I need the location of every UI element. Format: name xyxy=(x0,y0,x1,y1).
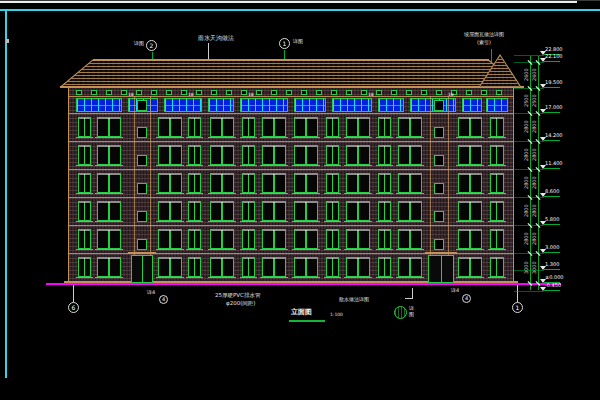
window-lintel xyxy=(327,174,338,175)
door-mullion xyxy=(441,256,442,282)
dim-text: 2500 xyxy=(532,94,537,107)
window xyxy=(326,145,339,165)
window-mullion xyxy=(305,202,307,220)
window-sill xyxy=(240,249,257,250)
window-sill xyxy=(76,249,93,250)
window-lintel xyxy=(399,118,421,119)
window xyxy=(78,201,91,221)
level-marker-line xyxy=(544,168,560,169)
entry-detail-ref-left: 详4 xyxy=(147,290,155,296)
window xyxy=(158,229,182,249)
stair-landing-window xyxy=(137,100,147,111)
window xyxy=(78,173,91,193)
roof-tile-note-line2: (索引) xyxy=(477,40,491,46)
window-sill xyxy=(186,277,203,278)
window xyxy=(262,145,286,165)
stair-landing-window xyxy=(434,211,444,222)
window-mullion xyxy=(108,258,110,276)
window-mullion xyxy=(305,146,307,164)
window-sill xyxy=(396,221,424,222)
blue-window-strip xyxy=(332,98,372,112)
dim-text: 3000 xyxy=(532,261,537,274)
apron-note: 散水做法详图 xyxy=(339,297,369,303)
window-sill xyxy=(186,137,203,138)
window xyxy=(458,229,482,249)
stair-landing-window xyxy=(137,127,147,138)
attic-vent-window xyxy=(331,90,337,95)
window-sill xyxy=(376,137,393,138)
window-sill xyxy=(186,249,203,250)
attic-vent-window xyxy=(76,90,82,95)
window-lintel xyxy=(399,258,421,259)
level-marker-line xyxy=(544,196,560,197)
apron-leader-hline xyxy=(405,298,413,299)
window-type-tag: 18 xyxy=(368,93,374,98)
window-sill xyxy=(456,193,484,194)
window-mullion xyxy=(194,230,195,248)
level-marker-line xyxy=(544,252,560,253)
window-sill xyxy=(240,193,257,194)
attic-vent-window xyxy=(106,90,112,95)
window-lintel xyxy=(159,146,181,147)
window xyxy=(210,145,234,165)
window-lintel xyxy=(263,230,285,231)
window-mullion xyxy=(384,230,385,248)
window xyxy=(242,173,255,193)
roof-hatch xyxy=(60,60,522,88)
window-sill xyxy=(76,277,93,278)
window-mullion xyxy=(409,202,411,220)
gutter-note: 雨水天沟做法 xyxy=(198,35,234,42)
level-marker-line xyxy=(544,290,560,291)
window-sill xyxy=(76,137,93,138)
attic-vent-window xyxy=(376,90,382,95)
window-sill xyxy=(208,277,236,278)
window-sill xyxy=(186,165,203,166)
entrance-canopy xyxy=(128,252,156,254)
entrance-canopy xyxy=(425,252,457,254)
window-mullion xyxy=(273,174,275,192)
stair-landing-window xyxy=(434,100,444,111)
window-sill xyxy=(156,137,184,138)
top-white-strip xyxy=(0,1,577,3)
attic-vent-window xyxy=(406,90,412,95)
apron-circle-text-bottom: 图 xyxy=(409,312,414,318)
window-mullion xyxy=(84,202,85,220)
attic-vent-window xyxy=(151,90,157,95)
blue-window-strip xyxy=(294,98,326,112)
window xyxy=(158,117,182,137)
entry-detail-ref-right: 详4 xyxy=(451,288,459,294)
window-sill xyxy=(488,249,506,250)
window-sill xyxy=(76,165,93,166)
window-sill xyxy=(488,277,506,278)
window-sill xyxy=(488,193,506,194)
dim-text: 2600 xyxy=(532,68,537,81)
window-sill xyxy=(488,221,506,222)
window-mullion xyxy=(169,174,171,192)
window-lintel xyxy=(347,118,369,119)
window-lintel xyxy=(263,174,285,175)
window-sill xyxy=(156,249,184,250)
window xyxy=(158,257,182,277)
blue-window-strip xyxy=(378,98,404,112)
window-sill xyxy=(324,277,341,278)
window-mullion xyxy=(194,146,195,164)
blue-window-strip xyxy=(208,98,234,112)
dim-extension-line xyxy=(514,291,544,292)
window-sill xyxy=(208,137,236,138)
stair-landing-window xyxy=(434,127,444,138)
attic-vent-window xyxy=(301,90,307,95)
window-mullion xyxy=(273,118,275,136)
window xyxy=(458,201,482,221)
window-lintel xyxy=(379,202,390,203)
window-sill xyxy=(456,137,484,138)
window-mullion xyxy=(357,146,359,164)
window-lintel xyxy=(379,146,390,147)
window-sill xyxy=(186,221,203,222)
top-left-detail-circle: 2 xyxy=(146,40,157,51)
window-lintel xyxy=(98,118,120,119)
title-underline xyxy=(289,320,325,322)
window-mullion xyxy=(496,146,497,164)
dim-text: 2800 xyxy=(532,148,537,161)
window-lintel xyxy=(79,174,90,175)
attic-vent-window xyxy=(256,90,262,95)
